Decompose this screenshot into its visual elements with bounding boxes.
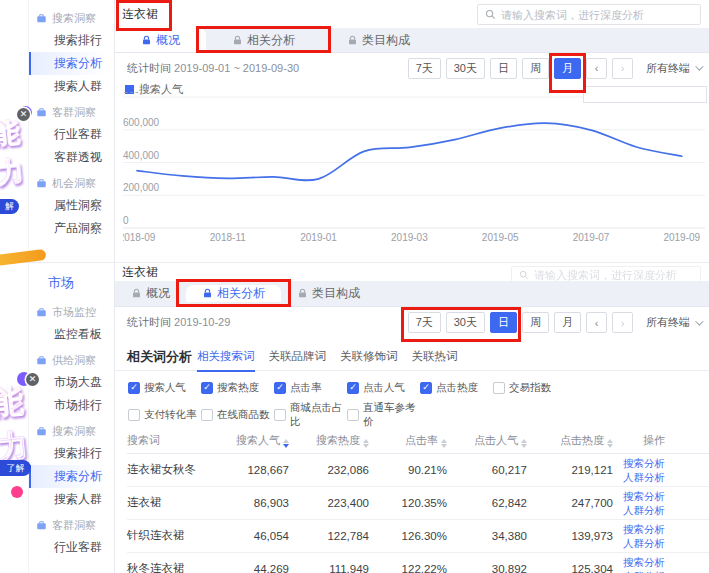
range-week-button[interactable]: 周 <box>522 312 549 333</box>
crowd-analysis-link[interactable]: 人群分析 <box>613 470 665 484</box>
range-month-button[interactable]: 月 <box>554 312 581 333</box>
tooltip-remnant-box <box>583 86 707 103</box>
table-row: 针织连衣裙 46,054 122,784 126.30% 34,380 139,… <box>127 519 709 552</box>
tab-category-composition[interactable]: 类目构成 <box>281 281 376 306</box>
stats-row-top: 统计时间 2019-09-01 ~ 2019-09-30 7天 30天 日 周 … <box>115 53 709 83</box>
sidebar-item-search-analysis[interactable]: 搜索分析 <box>28 52 114 75</box>
range-30d-button[interactable]: 30天 <box>446 312 485 333</box>
svg-text:400,000: 400,000 <box>123 150 160 161</box>
range-month-button[interactable]: 月 <box>554 58 581 79</box>
filter-click-heat[interactable]: 点击热度 <box>420 379 493 396</box>
next-arrow-button[interactable]: › <box>612 58 633 79</box>
sidebar-item-monitor-board[interactable]: 监控看板 <box>28 323 114 346</box>
range-day-button[interactable]: 日 <box>490 312 517 333</box>
range-7d-button[interactable]: 7天 <box>408 58 441 79</box>
search-analysis-link[interactable]: 搜索分析 <box>613 489 665 503</box>
filter-payment-conversion[interactable]: 支付转化率 <box>128 401 201 429</box>
briefcase-icon <box>36 107 47 118</box>
range-day-button[interactable]: 日 <box>490 58 517 79</box>
chevron-down-icon <box>695 62 703 70</box>
filter-search-popularity[interactable]: 搜索人气 <box>128 379 201 396</box>
sidebar-item-industry-customers[interactable]: 行业客群 <box>28 123 114 146</box>
filter-mall-click-share[interactable]: 商城点击占比 <box>274 401 347 429</box>
sort-icon[interactable] <box>607 439 613 448</box>
next-arrow-button[interactable]: › <box>612 312 633 333</box>
col-header-search-popularity[interactable]: 搜索人气 <box>219 429 289 453</box>
col-header-click-rate[interactable]: 点击率 <box>369 429 447 453</box>
svg-text:200,000: 200,000 <box>123 182 160 193</box>
sidebar-group-customer-insight: 客群洞察 <box>28 514 114 536</box>
range-week-button[interactable]: 周 <box>522 58 549 79</box>
sidebar-item-search-ranking[interactable]: 搜索排行 <box>28 442 114 465</box>
sidebar-item-industry-customers[interactable]: 行业客群 <box>28 536 114 559</box>
filter-online-products[interactable]: 在线商品数 <box>201 401 274 429</box>
prev-arrow-button[interactable]: ‹ <box>586 58 607 79</box>
filter-ztc-reference-price[interactable]: 直通车参考价 <box>347 401 420 429</box>
col-header-click-popularity[interactable]: 点击人气 <box>447 429 527 453</box>
briefcase-icon <box>36 178 47 189</box>
sidebar-item-market-ranking[interactable]: 市场排行 <box>28 394 114 417</box>
checkbox-icon <box>201 409 213 421</box>
crowd-analysis-link[interactable]: 人群分析 <box>613 503 665 517</box>
table-row: 连衣裙 86,903 223,400 120.35% 62,842 247,70… <box>127 486 709 519</box>
sidebar-item-search-analysis[interactable]: 搜索分析 <box>28 465 114 488</box>
sidebar-item-search-crowd[interactable]: 搜索人群 <box>28 488 114 511</box>
search-analysis-link[interactable]: 搜索分析 <box>613 555 665 569</box>
search-input[interactable] <box>501 9 693 21</box>
subtab-related-brand-words[interactable]: 关联品牌词 <box>269 349 327 366</box>
col-header-click-heat[interactable]: 点击热度 <box>527 429 613 453</box>
table-row: 连衣裙女秋冬 128,667 232,086 90.21% 60,217 219… <box>127 453 709 486</box>
tab-category-composition[interactable]: 类目构成 <box>321 28 436 52</box>
sort-icon[interactable] <box>283 439 289 448</box>
sort-icon[interactable] <box>521 439 527 448</box>
sidebar-group-label: 搜索洞察 <box>52 424 96 439</box>
table-row: 秋冬连衣裙 44,269 111,949 122.22% 30,892 125,… <box>127 552 709 573</box>
sidebar-item-attribute-insight[interactable]: 属性洞察 <box>28 194 114 217</box>
sidebar-item-customer-perspective[interactable]: 客群透视 <box>28 146 114 169</box>
svg-text:600,000: 600,000 <box>123 117 160 128</box>
sort-icon[interactable] <box>441 439 447 448</box>
subtab-related-search-words[interactable]: 相关搜索词 <box>197 349 255 366</box>
sidebar-item-search-crowd[interactable]: 搜索人群 <box>28 75 114 98</box>
related-keywords-table: 搜索词 搜索人气 搜索热度 点击率 点击人气 点击热度 操作 连衣裙女秋冬 12… <box>127 429 709 573</box>
terminal-select[interactable]: 所有终端 <box>646 61 701 76</box>
sidebar-item-search-ranking[interactable]: 搜索排行 <box>28 29 114 52</box>
col-header-actions: 操作 <box>613 429 709 453</box>
terminal-select[interactable]: 所有终端 <box>646 315 701 330</box>
tab-overview[interactable]: 概况 <box>115 28 206 52</box>
sidebar-item-market-overview[interactable]: 市场大盘 <box>28 371 114 394</box>
subtab-related-modifier-words[interactable]: 关联修饰词 <box>340 349 398 366</box>
col-header-search-heat[interactable]: 搜索热度 <box>289 429 369 453</box>
close-icon[interactable]: ✕ <box>17 108 30 121</box>
col-header-keyword: 搜索词 <box>127 429 219 453</box>
close-icon[interactable]: ✕ <box>26 373 39 386</box>
filter-click-popularity[interactable]: 点击人气 <box>347 379 420 396</box>
related-words-section-header: 相关词分析 相关搜索词 关联品牌词 关联修饰词 关联热词 <box>115 344 709 371</box>
range-7d-button[interactable]: 7天 <box>408 312 441 333</box>
keyword-label: 连衣裙 <box>122 264 158 281</box>
subtab-related-hot-words[interactable]: 关联热词 <box>412 349 458 366</box>
filter-click-rate[interactable]: 点击率 <box>274 379 347 396</box>
content-bottom: 连衣裙 概况 相关分析 <box>115 263 709 573</box>
sidebar-group-search-insight: 搜索洞察 <box>28 7 114 29</box>
checkbox-icon <box>274 382 286 394</box>
tab-related-analysis[interactable]: 相关分析 <box>186 285 281 302</box>
sort-icon[interactable] <box>363 439 369 448</box>
crowd-analysis-link[interactable]: 人群分析 <box>613 536 665 550</box>
filter-transaction-index[interactable]: 交易指数 <box>493 379 566 396</box>
search-input[interactable] <box>534 269 693 281</box>
crowd-analysis-link[interactable]: 人群分析 <box>613 569 665 573</box>
sidebar-item-product-insight[interactable]: 产品洞察 <box>28 217 114 240</box>
tab-overview[interactable]: 概况 <box>115 281 186 306</box>
tab-related-analysis[interactable]: 相关分析 <box>206 32 321 49</box>
search-analysis-link[interactable]: 搜索分析 <box>613 456 665 470</box>
stat-time: 统计时间 2019-09-01 ~ 2019-09-30 <box>127 61 299 76</box>
filter-search-heat[interactable]: 搜索热度 <box>201 379 274 396</box>
search-analysis-link[interactable]: 搜索分析 <box>613 522 665 536</box>
sidebar-group-opportunity-insight: 机会洞察 <box>28 172 114 194</box>
prev-arrow-button[interactable]: ‹ <box>586 312 607 333</box>
sidebar-title-market: 市场 <box>28 271 114 295</box>
checkbox-icon <box>128 382 140 394</box>
range-30d-button[interactable]: 30天 <box>446 58 485 79</box>
subtabs: 相关搜索词 关联品牌词 关联修饰词 关联热词 <box>197 349 458 366</box>
